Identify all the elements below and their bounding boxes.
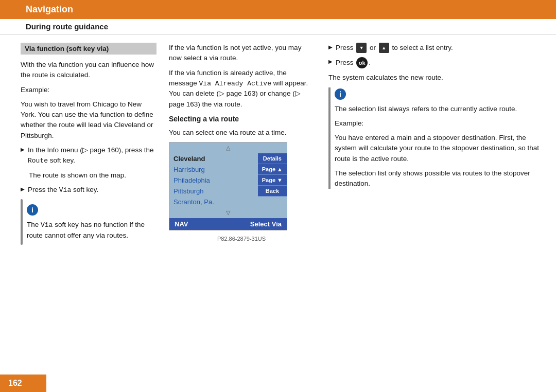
note-text: The Via soft key has no function if the … [27, 220, 157, 241]
right-bullet-arrow-2: ▶ [328, 59, 333, 64]
device-btn-back[interactable]: Back [258, 186, 287, 197]
page-number-bar: 162 [0, 375, 46, 392]
left-column: Via function (soft key via) With the via… [18, 43, 162, 380]
via-already-mono: Via Already Active [199, 80, 271, 87]
mid-para3: You can select one via route at a time. [169, 128, 314, 138]
main-content: Via function (soft key via) With the via… [0, 34, 556, 380]
device-nav-center: Select Via [250, 220, 282, 228]
left-example-label: Example: [21, 85, 157, 95]
sub-header-title: During route guidance [26, 22, 108, 31]
device-list-item-0: Cleveland [169, 153, 258, 164]
right-bullet-arrow-1: ▶ [328, 44, 333, 50]
device-buttons: Details Page ▲ Page ▼ Back [258, 153, 287, 207]
ok-button: ok [356, 57, 368, 68]
note-bar [21, 199, 23, 245]
device-bottom-arrow: ▽ [169, 207, 287, 218]
note-block: i The Via soft key has no function if th… [21, 199, 157, 245]
down-arrow-btn: ▼ [356, 43, 367, 53]
right-info-text: The selection list always refers to the … [335, 104, 543, 114]
via-mono-note: Via [41, 221, 53, 229]
device-part-number: P82.86-2879-31US [169, 235, 314, 243]
device-screenshot: △ Cleveland Harrisburg Philadelphia Pitt… [169, 142, 287, 230]
bullet-arrow-2: ▶ [21, 186, 25, 192]
device-btn-page-up[interactable]: Page ▲ [258, 164, 287, 175]
right-bullet-text-1: Press ▼ or ▲ to select a list entry. [336, 43, 453, 53]
bullet-arrow-1: ▶ [21, 147, 25, 152]
right-example-label: Example: [335, 118, 543, 129]
right-bullet-2: ▶ Press ok. [328, 57, 543, 68]
device-nav-bar: NAV Select Via [169, 218, 287, 230]
page-number: 162 [8, 379, 22, 387]
right-example-para2: The selection list only shows possible v… [335, 168, 543, 189]
mid-para1: If the via function is not yet active, y… [169, 43, 314, 64]
device-list-area: Cleveland Harrisburg Philadelphia Pittsb… [169, 153, 258, 207]
left-para2: You wish to travel from Chicago to New Y… [21, 99, 157, 141]
header-title: Navigation [26, 4, 73, 15]
bullet-item-2: ▶ Press the Via soft key. [21, 185, 157, 195]
note-content: i The Via soft key has no function if th… [27, 199, 157, 245]
device-list-item-4: Scranton, Pa. [169, 197, 258, 207]
right-bullet-1: ▶ Press ▼ or ▲ to select a list entry. [328, 43, 543, 53]
right-example-para1: You have entered a main and a stopover d… [335, 133, 543, 164]
sub-header: During route guidance [0, 19, 556, 34]
info-icon-right: i [335, 88, 346, 100]
left-para1: With the via function you can influence … [21, 60, 157, 81]
device-list-item-1: Harrisburg [169, 164, 258, 175]
via-mono: Via [59, 186, 71, 194]
info-block-right: i [335, 87, 543, 100]
info-block-left: i [27, 203, 157, 216]
right-column: ▶ Press ▼ or ▲ to select a list entry. ▶… [321, 43, 548, 380]
header-bar: Navigation [0, 0, 556, 19]
bullet1-sub: The route is shown on the map. [21, 170, 157, 181]
device-list-item-3: Pittsburgh [169, 186, 258, 197]
route-mono: Route [28, 157, 48, 165]
bullet-text-2: Press the Via soft key. [28, 185, 98, 195]
up-arrow-btn: ▲ [379, 43, 389, 53]
right-info-block: i The selection list always refers to th… [328, 87, 543, 189]
section-heading-box: Via function (soft key via) [21, 43, 157, 55]
info-icon-left: i [27, 204, 38, 216]
device-wrapper: Cleveland Harrisburg Philadelphia Pittsb… [169, 153, 287, 207]
device-btn-details[interactable]: Details [258, 153, 287, 164]
device-btn-page-down[interactable]: Page ▼ [258, 175, 287, 186]
system-calculates: The system calculates the new route. [328, 73, 543, 83]
device-list-item-2: Philadelphia [169, 175, 258, 186]
left-sidebar [0, 43, 18, 380]
bullet-item-1: ▶ In the Info menu (▷ page 160), press t… [21, 145, 157, 166]
subsection-title: Selecting a via route [169, 114, 314, 124]
device-nav-left: NAV [175, 220, 188, 228]
device-top-arrow: △ [169, 142, 287, 153]
mid-column: If the via function is not yet active, y… [162, 43, 321, 380]
bullet-text-1: In the Info menu (▷ page 160), press the… [28, 145, 157, 166]
mid-para2: If the via function is already active, t… [169, 68, 314, 110]
right-bullet-text-2: Press ok. [336, 57, 371, 68]
